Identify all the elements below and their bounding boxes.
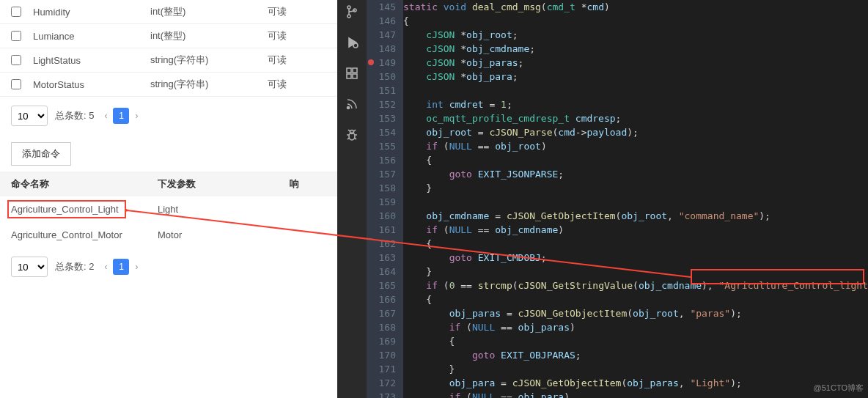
svg-rect-7 — [347, 74, 351, 78]
line-number: 147 — [367, 28, 403, 42]
code-line[interactable]: cJSON *obj_para; — [403, 70, 868, 84]
svg-marker-3 — [349, 38, 356, 47]
code-line[interactable]: { — [403, 14, 868, 28]
left-panel: Humidityint(整型)可读Lumianceint(整型)可读LightS… — [0, 0, 337, 398]
svg-point-9 — [347, 107, 350, 109]
line-number: 172 — [367, 376, 403, 390]
debug-icon[interactable] — [345, 35, 359, 50]
prop-name: Humidity — [33, 7, 150, 18]
pagesize-select[interactable]: 10 — [11, 106, 48, 126]
line-number: 163 — [367, 251, 403, 265]
cmd-name: Agriculture_Control_Light — [11, 204, 158, 215]
code-line[interactable]: goto EXIT_OBJPARAS; — [403, 348, 868, 362]
prop-name: Lumiance — [33, 31, 150, 42]
code-line[interactable]: cJSON *obj_root; — [403, 28, 868, 42]
prop-mode: 可读 — [268, 29, 312, 43]
bug-icon[interactable] — [345, 128, 359, 142]
add-command-button[interactable]: 添加命令 — [11, 142, 71, 166]
code-line[interactable]: obj_cmdname = cJSON_GetObjectItem(obj_ro… — [403, 209, 868, 223]
code-line[interactable]: cJSON *obj_cmdname; — [403, 42, 868, 56]
next-icon[interactable]: › — [132, 111, 141, 121]
row-checkbox[interactable] — [11, 55, 21, 65]
svg-rect-5 — [347, 68, 351, 73]
prop-total: 总条数: 5 — [55, 109, 94, 122]
line-number: 145 — [367, 0, 403, 14]
command-pagination: 10 总条数: 2 ‹ 1 › — [0, 248, 337, 286]
svg-point-4 — [353, 43, 358, 48]
prop-type: int(整型) — [150, 29, 268, 43]
command-header: 命令名称 下发参数 响 — [0, 172, 337, 196]
cmd-prev-icon[interactable]: ‹ — [101, 262, 110, 272]
code-line[interactable]: int cmdret = 1; — [403, 97, 868, 111]
line-number: 166 — [367, 292, 403, 306]
code-line[interactable] — [403, 84, 868, 97]
prop-name: LightStatus — [33, 55, 150, 66]
prop-mode: 可读 — [268, 78, 312, 91]
cmd-page-current[interactable]: 1 — [113, 259, 129, 275]
line-number: 148 — [367, 42, 403, 56]
code-line[interactable]: } — [403, 181, 868, 195]
row-checkbox[interactable] — [11, 31, 21, 41]
extensions-icon[interactable] — [345, 66, 359, 81]
feed-icon[interactable] — [345, 97, 359, 111]
code-line[interactable]: if (0 == strcmp(cJSON_GetStringValue(obj… — [403, 279, 868, 292]
code-line[interactable]: { — [403, 334, 868, 348]
code-line[interactable]: oc_mqtt_profile_cmdresp_t cmdresp; — [403, 111, 868, 125]
code-line[interactable]: if (NULL == obj_para) — [403, 390, 868, 398]
line-number: 167 — [367, 306, 403, 320]
code-line[interactable]: goto EXIT_CMDOBJ; — [403, 251, 868, 265]
line-number: 165 — [367, 279, 403, 292]
line-number: 161 — [367, 223, 403, 237]
line-number: 156 — [367, 153, 403, 167]
line-gutter: 1451461471481491501511521531541551561571… — [367, 0, 403, 398]
cmd-pagesize-select[interactable]: 10 — [11, 257, 48, 277]
code-line[interactable]: obj_paras = cJSON_GetObjectItem(obj_root… — [403, 306, 868, 320]
cmd-header-resp: 响 — [290, 177, 319, 191]
svg-rect-6 — [353, 68, 357, 73]
cmd-next-icon[interactable]: › — [132, 262, 141, 272]
svg-rect-8 — [353, 74, 357, 78]
row-checkbox[interactable] — [11, 79, 21, 89]
code-line[interactable]: { — [403, 237, 868, 251]
code-area[interactable]: static void deal_cmd_msg(cmd_t *cmd){ cJ… — [403, 0, 868, 398]
code-line[interactable]: obj_root = cJSON_Parse(cmd->payload); — [403, 125, 868, 139]
cmd-param: Motor — [158, 229, 290, 240]
cmd-total: 总条数: 2 — [55, 260, 94, 273]
prop-mode: 可读 — [268, 54, 312, 67]
code-line[interactable]: goto EXIT_JSONPARSE; — [403, 167, 868, 181]
code-editor[interactable]: 1451461471481491501511521531541551561571… — [367, 0, 868, 398]
breakpoint-icon[interactable] — [368, 59, 374, 65]
line-number: 160 — [367, 209, 403, 223]
code-line[interactable]: cJSON *obj_paras; — [403, 56, 868, 70]
code-line[interactable]: if (NULL == obj_root) — [403, 139, 868, 153]
code-line[interactable]: if (NULL == obj_cmdname) — [403, 223, 868, 237]
code-line[interactable]: static void deal_cmd_msg(cmd_t *cmd) — [403, 0, 868, 14]
prop-name: MotorStatus — [33, 79, 150, 90]
branch-icon[interactable] — [345, 4, 359, 19]
prop-mode: 可读 — [268, 5, 312, 18]
svg-point-0 — [347, 6, 350, 9]
command-table: Agriculture_Control_LightLightAgricultur… — [0, 196, 337, 248]
line-number: 157 — [367, 167, 403, 181]
table-row: Agriculture_Control_LightLight — [0, 196, 337, 222]
code-line[interactable]: } — [403, 265, 868, 279]
code-line[interactable]: { — [403, 292, 868, 306]
line-number: 154 — [367, 125, 403, 139]
watermark: @51CTO博客 — [814, 383, 864, 394]
line-number: 171 — [367, 362, 403, 376]
svg-point-1 — [347, 15, 350, 18]
page-current[interactable]: 1 — [113, 108, 129, 124]
code-line[interactable]: } — [403, 362, 868, 376]
line-number: 173 — [367, 390, 403, 398]
row-checkbox[interactable] — [11, 7, 21, 17]
code-line[interactable]: if (NULL == obj_paras) — [403, 320, 868, 334]
cmd-name: Agriculture_Control_Motor — [11, 229, 158, 240]
line-number: 146 — [367, 14, 403, 28]
prop-type: int(整型) — [150, 5, 268, 18]
code-line[interactable] — [403, 195, 868, 209]
table-row: Lumianceint(整型)可读 — [0, 24, 337, 48]
table-row: MotorStatusstring(字符串)可读 — [0, 73, 337, 97]
code-line[interactable]: obj_para = cJSON_GetObjectItem(obj_paras… — [403, 376, 868, 390]
prev-icon[interactable]: ‹ — [101, 111, 110, 121]
code-line[interactable]: { — [403, 153, 868, 167]
